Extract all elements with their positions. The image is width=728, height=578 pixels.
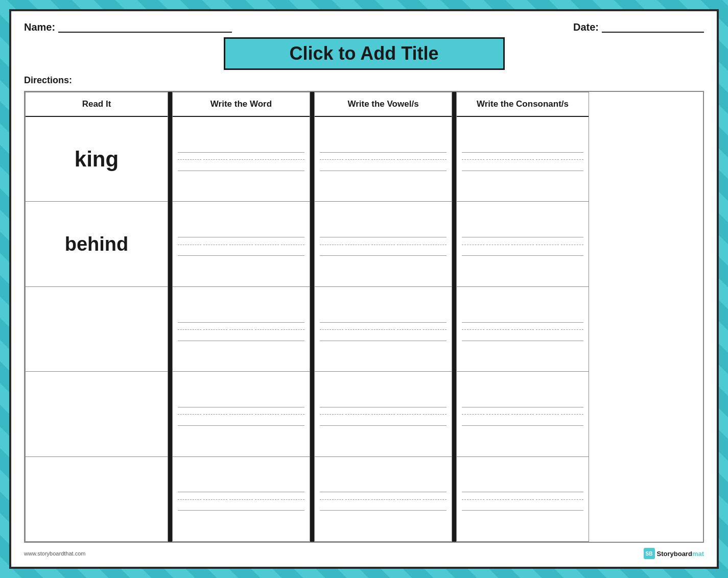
date-line: [602, 22, 704, 33]
col-read-it: Read It king behind: [25, 92, 168, 542]
worksheet-grid: Read It king behind Write t: [24, 91, 704, 543]
cell-read-it-1: king: [26, 117, 168, 202]
cell-write-consonant-5[interactable]: [457, 457, 589, 541]
solid-line: [178, 485, 304, 492]
cell-write-word-3[interactable]: [173, 287, 310, 372]
col-write-vowel-cells: [315, 117, 452, 541]
dashed-line: [178, 410, 304, 417]
col-write-word-header: Write the Word: [173, 92, 310, 117]
footer-logo: SB Storyboardmat: [644, 548, 704, 559]
writing-lines-3: [178, 314, 304, 345]
title-container: Click to Add Title: [24, 37, 704, 70]
footer: www.storyboardthat.com SB Storyboardmat: [24, 545, 704, 559]
solid-line: [178, 503, 304, 511]
dashed-line: [178, 239, 304, 247]
date-label: Date:: [573, 21, 599, 33]
solid-line: [178, 146, 304, 153]
cell-read-it-2: behind: [26, 202, 168, 286]
writing-lines-4: [178, 398, 304, 430]
title-box[interactable]: Click to Add Title: [224, 37, 505, 70]
solid-line: [178, 316, 304, 323]
logo-icon: SB: [644, 548, 655, 559]
dashed-line: [178, 325, 304, 332]
solid-line: [178, 164, 304, 171]
footer-url: www.storyboardthat.com: [24, 550, 85, 557]
cell-write-consonant-2[interactable]: [457, 202, 589, 286]
cell-write-vowel-3[interactable]: [315, 287, 452, 372]
name-line: [58, 22, 232, 33]
solid-line: [178, 249, 304, 256]
cell-write-consonant-4[interactable]: [457, 372, 589, 456]
solid-line: [178, 400, 304, 407]
cell-write-vowel-5[interactable]: [315, 457, 452, 541]
cell-write-word-2[interactable]: [173, 202, 310, 286]
cell-write-word-4[interactable]: [173, 372, 310, 456]
solid-line: [178, 230, 304, 237]
col-write-word: Write the Word: [172, 92, 310, 542]
col-divider-3: [452, 92, 456, 542]
name-field: Name:: [24, 21, 232, 33]
cell-write-vowel-1[interactable]: [315, 117, 452, 202]
solid-line: [178, 334, 304, 341]
dashed-line: [178, 155, 304, 162]
col-read-it-header: Read It: [26, 92, 168, 117]
cell-read-it-4: [26, 372, 168, 456]
word-behind: behind: [65, 233, 129, 255]
col-divider-1: [168, 92, 172, 542]
col-write-consonant-cells: [457, 117, 589, 541]
cell-read-it-3: [26, 287, 168, 372]
main-container: Name: Date: Click to Add Title Direction…: [9, 9, 719, 569]
cell-read-it-5: [26, 457, 168, 541]
cell-write-consonant-1[interactable]: [457, 117, 589, 202]
cell-write-word-5[interactable]: [173, 457, 310, 541]
col-write-word-cells: [173, 117, 310, 541]
col-write-consonant-header: Write the Consonant/s: [457, 92, 589, 117]
logo-text: Storyboardmat: [657, 550, 704, 558]
cell-write-word-1[interactable]: [173, 117, 310, 202]
name-label: Name:: [24, 21, 55, 33]
col-write-vowel: Write the Vowel/s: [314, 92, 452, 542]
col-divider-2: [310, 92, 314, 542]
dashed-line: [178, 494, 304, 501]
top-row: Name: Date:: [24, 21, 704, 33]
cell-write-vowel-4[interactable]: [315, 372, 452, 456]
col-write-vowel-header: Write the Vowel/s: [315, 92, 452, 117]
solid-line: [178, 419, 304, 426]
directions-label: Directions:: [24, 75, 704, 86]
writing-lines-5: [178, 483, 304, 515]
cell-write-vowel-2[interactable]: [315, 202, 452, 286]
cell-write-consonant-3[interactable]: [457, 287, 589, 372]
date-field: Date:: [573, 21, 704, 33]
col-read-it-cells: king behind: [26, 117, 168, 541]
col-write-consonant: Write the Consonant/s: [456, 92, 589, 542]
writing-lines-1: [178, 143, 304, 175]
writing-lines-2: [178, 228, 304, 260]
word-king: king: [75, 147, 119, 172]
